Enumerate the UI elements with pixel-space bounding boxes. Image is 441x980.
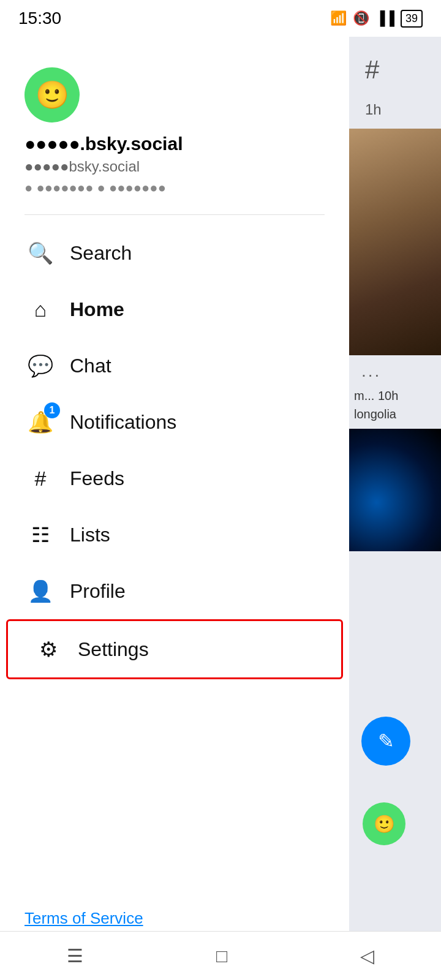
nav-label-lists: Lists — [70, 524, 110, 546]
status-time: 15:30 — [18, 9, 61, 28]
nav-item-notifications[interactable]: 🔔 1 Notifications — [0, 394, 349, 450]
battery-icon: 39 — [401, 10, 423, 28]
lists-icon: ☷ — [24, 519, 56, 551]
settings-icon: ⚙ — [32, 633, 64, 665]
nav-item-lists[interactable]: ☷ Lists — [0, 507, 349, 563]
navigation-drawer: 🙂 ●●●●●.bsky.social ●●●●●bsky.social ● ●… — [0, 37, 349, 980]
nav-label-home: Home — [70, 298, 124, 321]
small-avatar: 🙂 — [363, 802, 405, 845]
home-icon: ⌂ — [24, 293, 56, 325]
avatar: 🙂 — [24, 67, 80, 123]
menu-icon[interactable]: ☰ — [67, 945, 83, 967]
nav-item-settings[interactable]: ⚙ Settings — [8, 621, 341, 677]
nav-label-search: Search — [70, 242, 132, 265]
status-icons: 📶 📵 ▐▐ 39 — [330, 10, 423, 28]
home-nav-icon[interactable]: □ — [216, 946, 227, 967]
right-image-1 — [349, 129, 441, 355]
feeds-icon: # — [24, 462, 56, 494]
nav-item-feeds[interactable]: # Feeds — [0, 450, 349, 507]
right-image-2 — [349, 429, 441, 551]
nav-item-search[interactable]: 🔍 Search — [0, 225, 349, 281]
nav-item-home[interactable]: ⌂ Home — [0, 281, 349, 337]
profile-icon: 👤 — [24, 575, 56, 607]
nav-label-feeds: Feeds — [70, 467, 124, 490]
settings-highlight: ⚙ Settings — [6, 619, 343, 679]
bottom-navigation: ☰ □ ◁ — [0, 931, 441, 980]
avatar-icon: 🙂 — [36, 79, 69, 111]
nav-item-chat[interactable]: 💬 Chat — [0, 337, 349, 394]
right-post-location: longolia — [354, 407, 396, 421]
right-panel: # 1h ... m... 10h longolia ✎ 🙂 — [349, 37, 441, 980]
nav-label-chat: Chat — [70, 355, 111, 377]
signal-icon: 📵 — [353, 10, 369, 26]
profile-name: ●●●●●.bsky.social — [24, 134, 325, 154]
profile-stats: ● ●●●●●●● ● ●●●●●●● — [24, 180, 325, 196]
nav-label-notifications: Notifications — [70, 411, 176, 434]
status-bar: 15:30 📶 📵 ▐▐ 39 — [0, 0, 441, 37]
right-post-time: m... 10h — [354, 389, 398, 403]
nav-label-settings: Settings — [78, 638, 149, 661]
profile-section[interactable]: 🙂 ●●●●●.bsky.social ●●●●●bsky.social ● ●… — [0, 55, 349, 214]
right-dots-menu: ... — [361, 361, 381, 381]
hash-icon: # — [365, 55, 379, 85]
back-nav-icon[interactable]: ◁ — [360, 945, 374, 967]
right-time-ago: 1h — [365, 101, 382, 118]
wifi-icon: 📶 — [330, 10, 347, 26]
search-icon: 🔍 — [24, 237, 56, 269]
notification-badge: 1 — [44, 402, 60, 418]
network-icon: ▐▐ — [375, 10, 394, 26]
terms-of-service-link[interactable]: Terms of Service — [24, 909, 325, 928]
profile-handle: ●●●●●bsky.social — [24, 158, 325, 175]
compose-button[interactable]: ✎ — [361, 717, 410, 766]
chat-icon: 💬 — [24, 350, 56, 382]
nav-label-profile: Profile — [70, 580, 126, 603]
divider — [24, 214, 325, 215]
nav-item-profile[interactable]: 👤 Profile — [0, 563, 349, 619]
